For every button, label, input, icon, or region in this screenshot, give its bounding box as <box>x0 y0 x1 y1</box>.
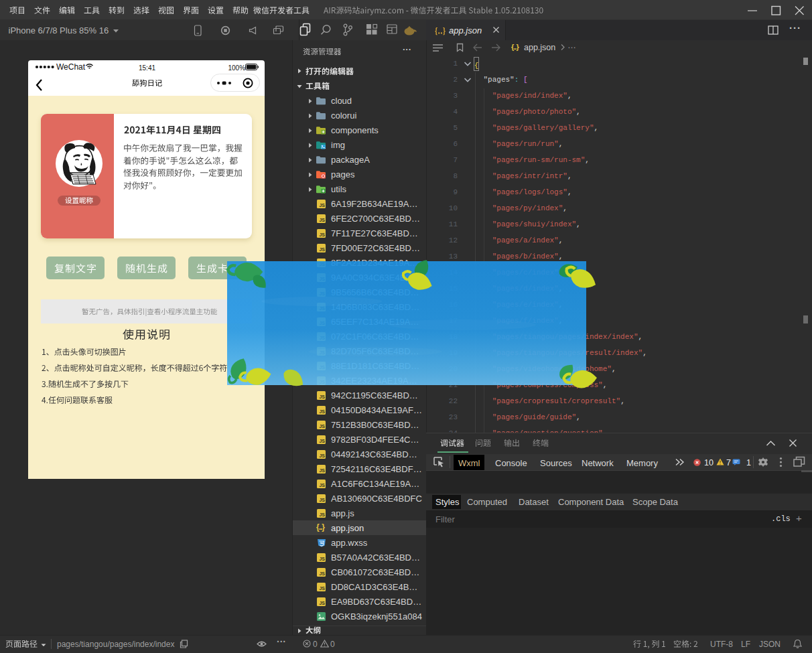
svg-text:JS: JS <box>319 203 325 208</box>
svg-text:JS: JS <box>319 498 325 502</box>
svg-text:JS: JS <box>319 468 325 473</box>
svg-text:JS: JS <box>319 409 325 414</box>
svg-text:JS: JS <box>319 247 325 252</box>
svg-text:JS: JS <box>319 512 325 517</box>
svg-text:JS: JS <box>319 394 325 399</box>
svg-text:JS: JS <box>319 232 325 237</box>
svg-text:JS: JS <box>319 453 325 458</box>
svg-text:JS: JS <box>319 557 325 561</box>
svg-text:JS: JS <box>319 601 325 605</box>
svg-text:JS: JS <box>319 424 325 429</box>
svg-text:JS: JS <box>319 218 325 222</box>
svg-text:JS: JS <box>319 586 325 591</box>
svg-text:JS: JS <box>319 439 325 443</box>
svg-text:JS: JS <box>319 483 325 488</box>
svg-text:JS: JS <box>319 571 325 576</box>
